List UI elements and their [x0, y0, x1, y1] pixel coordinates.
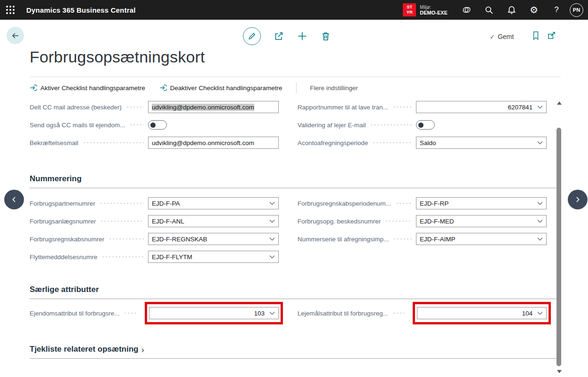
save-status: ✓ Gemt [490, 33, 514, 40]
deactivate-checklist-label: Deaktiver Checklist handlingsparametre [170, 85, 282, 92]
field-label: Bekræftelsesmail [30, 139, 78, 146]
forbrugsanlaegsnumrer-dropdown[interactable]: EJD-F-ANL [148, 215, 279, 227]
flyttemeddelsesnumre-dropdown[interactable]: EJD-F-FLYTM [148, 251, 279, 263]
field-label: Ejendomsattribut til forbrugsre... [30, 310, 119, 317]
dotted-leader [393, 239, 412, 239]
open-in-new-icon [547, 31, 556, 40]
open-in-new-window-button[interactable] [547, 31, 556, 42]
field-nummerserie-afregningsimport: Nummerserie til afregningsimp... EJD-F-A… [298, 233, 547, 245]
share-icon [274, 31, 284, 41]
nummerserie-afregningsimport-dropdown[interactable]: EJD-F-AIMP [416, 233, 547, 245]
field-validering-toggle: Validering af lejer E-mail [298, 119, 547, 131]
avatar[interactable]: PN [570, 3, 583, 17]
field-delt-cc-mail: Delt CC mail adresse (beskeder) udviklin… [30, 101, 279, 113]
app-launcher-icon[interactable] [0, 0, 21, 20]
next-record-button[interactable] [568, 190, 588, 209]
dotted-leader [129, 124, 144, 125]
lejemaalsattribut-dropdown[interactable]: 104 [417, 307, 547, 319]
chevron-down-icon [537, 219, 543, 223]
dotted-leader [370, 124, 412, 125]
field-label: Forbrugsregnskabsnumrer [30, 236, 104, 243]
section-heading-saerlige-attributter[interactable]: Særlige attributter [30, 285, 561, 299]
settings-button[interactable]: ⚙ [523, 0, 545, 20]
chevron-down-icon [269, 237, 275, 241]
chevron-down-icon [537, 311, 543, 315]
dropdown-value: EJD-F-PA [152, 200, 267, 207]
field-label: Rapportnummer til at lave tran... [298, 104, 388, 111]
dotted-leader [372, 142, 412, 143]
app-title: Dynamics 365 Business Central [26, 6, 136, 14]
field-label: Forbrugsanlægsnumrer [30, 218, 96, 225]
dropdown-value: EJD-F-ANL [152, 218, 267, 225]
acontoafregningsperiode-dropdown[interactable]: Saldo [416, 137, 547, 149]
card-content: Delt CC mail adresse (beskeder) udviklin… [30, 101, 561, 359]
copilot-button[interactable] [455, 0, 478, 20]
dotted-leader [83, 142, 144, 143]
trash-icon [321, 31, 330, 41]
bekraeftelsesmail-input[interactable]: udvikling@dpdemo.onmicrosoft.com [148, 137, 279, 149]
go-arrow-icon [159, 84, 167, 92]
forbrugsregnskabsperiodenumre-dropdown[interactable]: EJD-F-RP [416, 197, 547, 209]
field-label: Delt CC mail adresse (beskeder) [30, 104, 122, 111]
general-section: Delt CC mail adresse (beskeder) udviklin… [30, 101, 561, 154]
send-cc-toggle[interactable] [148, 120, 167, 130]
field-lejemaalsattribut: Lejemålsattribut til forbrugsreg... 104 [298, 300, 547, 326]
activate-checklist-action[interactable]: Aktiver Checklist handlingsparametre [30, 84, 145, 92]
gear-icon: ⚙ [530, 5, 538, 15]
delt-cc-mail-input[interactable]: udvikling@dpdemo.onmicrosoft.com [148, 101, 279, 113]
red-highlight-box: 103 [145, 302, 283, 324]
field-forbrugsregnskabsnumrer: Forbrugsregnskabsnumrer EJD-F-REGNSKAB [30, 233, 279, 245]
field-acontoafregningsperiode: Acontoafregningsperiode Saldo [298, 137, 547, 149]
notifications-button[interactable] [500, 0, 523, 20]
scroll-down-arrow[interactable] [557, 370, 562, 373]
chevron-right-icon[interactable]: › [141, 345, 144, 354]
org-badge-line2: YR [407, 10, 413, 15]
forbrugspartnernumrer-dropdown[interactable]: EJD-F-PA [148, 197, 279, 209]
go-arrow-icon [30, 84, 37, 92]
edit-button[interactable] [243, 27, 261, 45]
forbrugsopg-beskedsnumrer-dropdown[interactable]: EJD-F-MED [416, 215, 547, 227]
deactivate-checklist-action[interactable]: Deaktiver Checklist handlingsparametre [159, 84, 282, 92]
chevron-down-icon [269, 219, 275, 223]
dotted-leader [395, 203, 412, 204]
dotted-leader [109, 239, 144, 239]
environment-indicator[interactable]: Miljø: DEMO-EXE [420, 5, 447, 15]
toggle-knob [418, 123, 423, 128]
scrollbar-thumb[interactable] [557, 128, 561, 366]
new-button[interactable] [297, 31, 308, 42]
vertical-scrollbar[interactable] [556, 99, 563, 377]
search-button[interactable] [478, 0, 500, 20]
search-icon [485, 6, 494, 15]
field-ejendomsattribut: Ejendomsattribut til forbrugsre... 103 [30, 300, 279, 326]
validering-toggle[interactable] [416, 120, 435, 130]
share-button[interactable] [273, 31, 284, 42]
dropdown-value: 104 [421, 310, 535, 317]
dotted-leader [100, 221, 144, 222]
back-button[interactable] [7, 27, 24, 44]
forbrugsregnskabsnumrer-dropdown[interactable]: EJD-F-REGNSKAB [148, 233, 279, 245]
bookmark-button[interactable] [532, 31, 540, 42]
field-label: Flyttemedddelsesnumre [30, 254, 97, 261]
dotted-leader [102, 256, 144, 257]
section-heading-tjekliste[interactable]: Tjekliste relateret opsætning › [30, 345, 561, 359]
field-label: Send også CC mails til ejendom... [30, 122, 125, 129]
section-heading-nummerering[interactable]: Nummerering [30, 174, 561, 188]
divider [296, 82, 297, 93]
org-badge[interactable]: ST YR [403, 3, 416, 16]
plus-icon [297, 31, 307, 41]
help-button[interactable]: ? [545, 0, 568, 20]
action-links-row: Aktiver Checklist handlingsparametre Dea… [30, 77, 561, 93]
field-forbrugsopg-beskedsnumrer: Forbrugsopg. beskedsnumrer EJD-F-MED [298, 215, 547, 227]
previous-record-button[interactable] [4, 190, 24, 209]
ejendomsattribut-dropdown[interactable]: 103 [149, 307, 279, 319]
delete-button[interactable] [320, 31, 331, 42]
field-label: Nummerserie til afregningsimp... [298, 236, 389, 243]
field-label: Validering af lejer E-mail [298, 122, 366, 129]
chevron-down-icon [537, 201, 543, 205]
field-label: Lejemålsattribut til forbrugsreg... [298, 310, 388, 317]
help-icon: ? [554, 5, 558, 15]
rapportnummer-dropdown[interactable]: 6207841 [416, 101, 547, 113]
more-options-link[interactable]: Flere indstillinger [310, 85, 358, 92]
waffle-icon [6, 6, 15, 14]
scroll-up-arrow[interactable] [557, 101, 562, 105]
